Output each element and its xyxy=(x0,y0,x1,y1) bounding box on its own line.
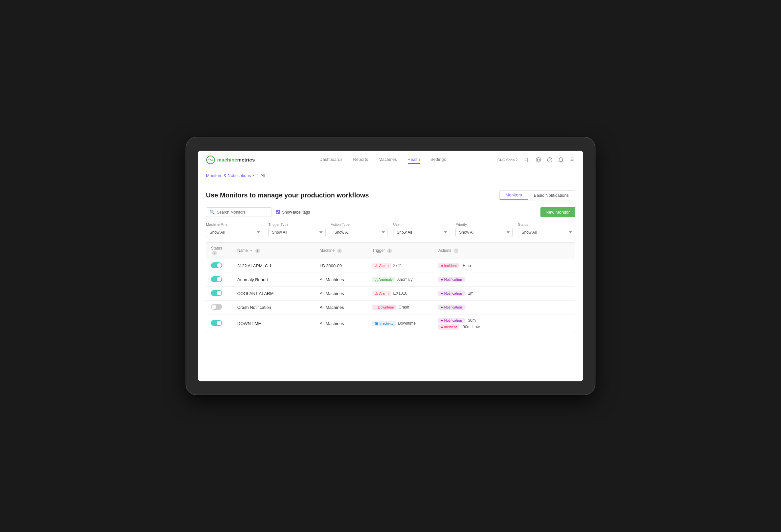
filter-priority-select[interactable]: Show All xyxy=(455,228,512,237)
trigger-tag: ▣ Inactivity xyxy=(372,321,396,326)
filter-action: Action Type Show All xyxy=(331,222,388,237)
breadcrumb-current: All xyxy=(260,173,265,178)
nav-machines[interactable]: Machines xyxy=(379,156,397,164)
filters: Machine Filter Show All Trigger Type Sho… xyxy=(206,222,575,237)
help-icon[interactable]: ? xyxy=(547,157,552,163)
new-monitor-button[interactable]: New Monitor xyxy=(540,207,575,217)
logo: machinemetrics xyxy=(206,155,255,164)
toggle-0[interactable] xyxy=(211,262,222,268)
name-cell: COOLANT ALARM xyxy=(233,286,305,300)
random-icon[interactable] xyxy=(524,157,530,163)
action-tag: ● Incident xyxy=(438,263,459,268)
breadcrumb-separator: / xyxy=(257,173,258,178)
monitors-table: Status i Name ▼ i Machine i xyxy=(206,242,575,333)
action-tag: ● Notification xyxy=(438,304,465,310)
globe-icon[interactable] xyxy=(535,157,541,163)
trigger-value: Crash xyxy=(399,305,409,310)
name-cell: 3122 ALARM_C 1 xyxy=(233,259,305,273)
action-tag: ● Incident xyxy=(438,324,459,330)
trigger-tag: ⚠ Alarm xyxy=(372,263,391,269)
label-tags-toggle[interactable]: Show label tags xyxy=(276,210,310,214)
bell-icon[interactable] xyxy=(558,157,564,163)
trigger-value: 2721 xyxy=(393,263,402,268)
action-row: ● Notification xyxy=(438,277,570,282)
actions-cell: ● Notification1m xyxy=(434,286,575,300)
nav-links: Dashboards Reports Machines Health Setti… xyxy=(268,156,497,164)
filter-trigger-select[interactable]: Show All xyxy=(268,228,325,237)
machine-cell: LB 3000-09 xyxy=(315,259,368,273)
filter-machine-select[interactable]: Show All xyxy=(206,228,263,237)
action-tag: ● Notification xyxy=(438,318,465,323)
svg-text:?: ? xyxy=(549,158,551,162)
filter-user: User Show All xyxy=(393,222,450,237)
nav-right: CNC Shop 2 ? xyxy=(497,157,575,163)
trigger-value: EX1010 xyxy=(393,291,407,296)
cnc-shop-label: CNC Shop 2 xyxy=(497,158,518,162)
page-title: Use Monitors to manage your production w… xyxy=(206,192,369,199)
col-header-machine[interactable]: Machine i xyxy=(315,243,368,259)
machine-info-icon[interactable]: i xyxy=(337,249,342,253)
toggle-2[interactable] xyxy=(211,290,222,296)
actions-info-icon[interactable]: i xyxy=(454,249,458,253)
table-row: 3122 ALARM_C 1LB 3000-09⚠ Alarm2721● Inc… xyxy=(206,259,575,273)
tab-monitors[interactable]: Monitors xyxy=(500,191,528,200)
toggle-1[interactable] xyxy=(211,276,222,282)
name-info-icon[interactable]: i xyxy=(255,249,260,253)
filter-action-select[interactable]: Show All xyxy=(331,228,388,237)
filter-status-select[interactable]: Show All xyxy=(518,228,575,237)
toolbar: 🔍 Show label tags New Monitor xyxy=(206,207,575,217)
filter-user-select[interactable]: Show All xyxy=(393,228,450,237)
nav-reports[interactable]: Reports xyxy=(353,156,368,164)
status-info-icon[interactable]: i xyxy=(212,251,217,255)
name-sort-icon: ▼ xyxy=(249,249,253,252)
user-icon[interactable] xyxy=(569,157,575,163)
breadcrumb-link[interactable]: Monitors & Notifications ▾ xyxy=(206,173,254,178)
action-row: ● Notification30m xyxy=(438,318,570,323)
page-header: Use Monitors to manage your production w… xyxy=(206,190,575,200)
nav-dashboards[interactable]: Dashboards xyxy=(319,156,342,164)
trigger-cell: ↓ DowntimeCrash xyxy=(368,300,434,314)
action-value: 1m xyxy=(468,291,474,296)
col-header-empty xyxy=(305,243,315,259)
chevron-cell xyxy=(305,259,315,273)
action-row: ● Notification1m xyxy=(438,291,570,296)
col-header-actions[interactable]: Actions i xyxy=(434,243,575,259)
actions-cell: ● Notification30m● Incident30mLow xyxy=(434,314,575,333)
col-header-name[interactable]: Name ▼ i xyxy=(233,243,305,259)
filter-trigger-label: Trigger Type xyxy=(268,222,325,227)
table-row: COOLANT ALARMAll Machines⚠ AlarmEX1010● … xyxy=(206,286,575,300)
trigger-cell: ⚠ Alarm2721 xyxy=(368,259,434,273)
chevron-cell xyxy=(305,314,315,333)
machine-cell: All Machines xyxy=(315,273,368,286)
svg-point-4 xyxy=(571,158,573,160)
trigger-info-icon[interactable]: i xyxy=(387,249,392,253)
nav-settings[interactable]: Settings xyxy=(430,156,446,164)
status-cell xyxy=(206,259,233,273)
trigger-cell: △ AnomalyAnomaly xyxy=(368,273,434,286)
table-row: DOWNTIMEAll Machines▣ InactivityDowntime… xyxy=(206,314,575,333)
action-extra: Low xyxy=(472,325,480,329)
filter-action-label: Action Type xyxy=(331,222,388,227)
tab-buttons: Monitors Basic Notifications xyxy=(499,190,575,200)
filter-trigger: Trigger Type Show All xyxy=(268,222,325,237)
tab-basic-notifications[interactable]: Basic Notifications xyxy=(528,191,575,200)
main-content: Use Monitors to manage your production w… xyxy=(198,182,583,346)
filter-machine: Machine Filter Show All xyxy=(206,222,263,237)
action-value: High xyxy=(463,263,471,268)
name-cell: Crash Notification xyxy=(233,300,305,314)
action-value: 30m xyxy=(463,325,470,329)
search-input[interactable] xyxy=(217,210,268,214)
col-header-trigger[interactable]: Trigger i xyxy=(368,243,434,259)
label-tags-checkbox[interactable] xyxy=(276,210,280,214)
chevron-cell xyxy=(305,300,315,314)
toggle-4[interactable] xyxy=(211,320,222,326)
nav-health[interactable]: Health xyxy=(408,156,420,164)
name-cell: Anomaly Report xyxy=(233,273,305,286)
logo-icon xyxy=(206,155,215,164)
toggle-3[interactable] xyxy=(211,304,222,310)
device-frame: machinemetrics Dashboards Reports Machin… xyxy=(186,137,595,395)
table-header-row: Status i Name ▼ i Machine i xyxy=(206,243,575,259)
action-tag: ● Notification xyxy=(438,277,465,282)
filter-status-label: Status xyxy=(518,222,575,227)
machine-cell: All Machines xyxy=(315,300,368,314)
